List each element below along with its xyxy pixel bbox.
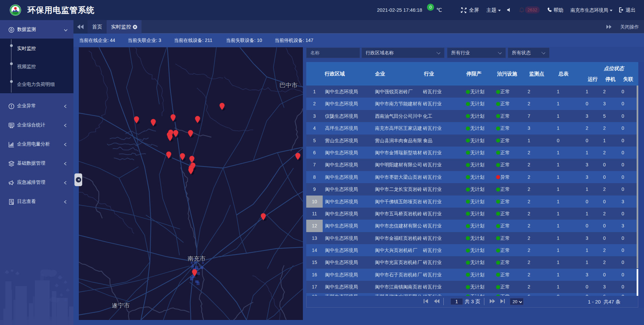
- svg-text:遂宁市: 遂宁市: [112, 302, 130, 309]
- svg-text:南充市: 南充市: [187, 255, 206, 262]
- svg-text:巴中市: 巴中市: [279, 82, 298, 89]
